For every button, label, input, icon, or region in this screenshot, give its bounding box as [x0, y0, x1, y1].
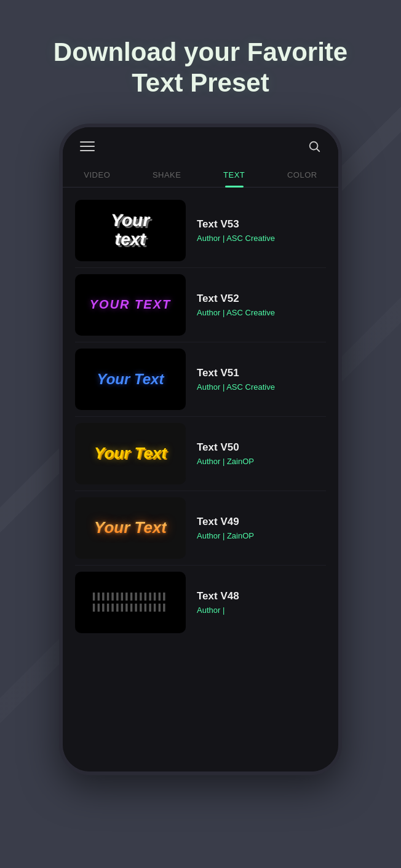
preset-thumbnail-v52: YOUR TEXT [75, 274, 186, 336]
preset-author: Author | ASC Creative [197, 234, 326, 243]
tab-bar: VIDEO SHAKE TEXT COLOR [63, 159, 338, 187]
tab-color[interactable]: COLOR [277, 165, 327, 187]
preset-author: Author | [197, 606, 326, 615]
thumb-text-v49: Your Text [94, 518, 167, 537]
author-name: ASC Creative [226, 382, 275, 392]
preset-author: Author | ASC Creative [197, 308, 326, 317]
preset-name: Text V51 [197, 367, 326, 379]
list-item[interactable]: Your Text Text V51 Author | ASC Creative [63, 342, 338, 416]
preset-info-v50: Text V50 Author | ZainOP [197, 441, 326, 466]
author-prefix: Author | [197, 457, 224, 466]
thumb-text-v52: YOUR TEXT [90, 298, 171, 312]
preset-author: Author | ZainOP [197, 457, 326, 466]
list-item[interactable]: Your Text Text V50 Author | ZainOP [63, 417, 338, 491]
thumb-text-v48: ▌▌▌▌▌▌▌▌▌▌▌▌▌▌▌▌ ▌▌▌▌▌▌▌▌▌▌▌▌▌▌▌▌ [93, 591, 168, 613]
list-item[interactable]: ▌▌▌▌▌▌▌▌▌▌▌▌▌▌▌▌ ▌▌▌▌▌▌▌▌▌▌▌▌▌▌▌▌ Text V… [63, 566, 338, 639]
author-name: ASC Creative [226, 308, 275, 317]
tab-video[interactable]: VIDEO [74, 165, 120, 187]
preset-name: Text V53 [197, 218, 326, 231]
author-name: ZainOP [227, 457, 254, 466]
preset-info-v51: Text V51 Author | ASC Creative [197, 367, 326, 392]
author-prefix: Author | [197, 382, 224, 392]
preset-author: Author | ZainOP [197, 531, 326, 540]
preset-thumbnail-v53: Yourtext [75, 200, 186, 261]
svg-line-1 [317, 149, 319, 151]
tab-shake[interactable]: SHAKE [143, 165, 191, 187]
author-prefix: Author | [197, 234, 224, 243]
thumb-text-v53: Yourtext [111, 211, 150, 250]
tab-text[interactable]: TEXT [213, 165, 255, 187]
preset-info-v52: Text V52 Author | ASC Creative [197, 293, 326, 317]
preset-info-v49: Text V49 Author | ZainOP [197, 516, 326, 540]
preset-thumbnail-v50: Your Text [75, 423, 186, 484]
preset-thumbnail-v49: Your Text [75, 497, 186, 559]
phone-inner: VIDEO SHAKE TEXT COLOR Yourtext Text V53… [63, 127, 338, 771]
preset-thumbnail-v48: ▌▌▌▌▌▌▌▌▌▌▌▌▌▌▌▌ ▌▌▌▌▌▌▌▌▌▌▌▌▌▌▌▌ [75, 572, 186, 633]
preset-name: Text V49 [197, 516, 326, 528]
list-item[interactable]: YOUR TEXT Text V52 Author | ASC Creative [63, 268, 338, 342]
author-prefix: Author | [197, 531, 224, 540]
list-item[interactable]: Yourtext Text V53 Author | ASC Creative [63, 194, 338, 267]
preset-info-v53: Text V53 Author | ASC Creative [197, 218, 326, 243]
author-name: ASC Creative [226, 234, 275, 243]
author-name: ZainOP [227, 531, 254, 540]
page-header: Download your FavoriteText Preset [0, 0, 401, 124]
thumb-text-v51: Your Text [97, 371, 164, 388]
phone-mockup: VIDEO SHAKE TEXT COLOR Yourtext Text V53… [59, 124, 342, 775]
preset-name: Text V48 [197, 590, 326, 602]
author-prefix: Author | [197, 606, 224, 615]
preset-list: Yourtext Text V53 Author | ASC Creative [63, 187, 338, 771]
top-bar [63, 127, 338, 159]
list-item[interactable]: Your Text Text V49 Author | ZainOP [63, 491, 338, 565]
preset-author: Author | ASC Creative [197, 382, 326, 392]
preset-name: Text V52 [197, 293, 326, 305]
svg-point-0 [310, 141, 318, 149]
preset-thumbnail-v51: Your Text [75, 349, 186, 410]
page-title: Download your FavoriteText Preset [37, 37, 364, 99]
search-icon[interactable] [308, 140, 321, 153]
author-prefix: Author | [197, 308, 224, 317]
phone-container: VIDEO SHAKE TEXT COLOR Yourtext Text V53… [0, 124, 401, 775]
preset-name: Text V50 [197, 441, 326, 454]
preset-info-v48: Text V48 Author | [197, 590, 326, 615]
menu-button[interactable] [80, 141, 95, 151]
thumb-text-v50: Your Text [94, 444, 167, 463]
